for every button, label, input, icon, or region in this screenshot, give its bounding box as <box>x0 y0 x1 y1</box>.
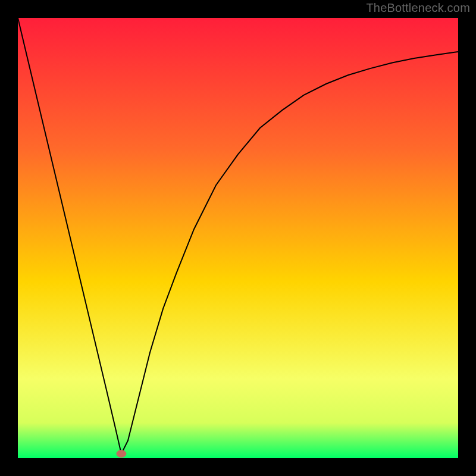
gradient-rect <box>18 18 458 458</box>
chart-svg <box>18 18 458 458</box>
minimum-marker <box>117 450 126 458</box>
plot-area <box>18 18 458 458</box>
watermark-text: TheBottleneck.com <box>366 1 470 15</box>
chart-frame: TheBottleneck.com <box>0 0 476 476</box>
